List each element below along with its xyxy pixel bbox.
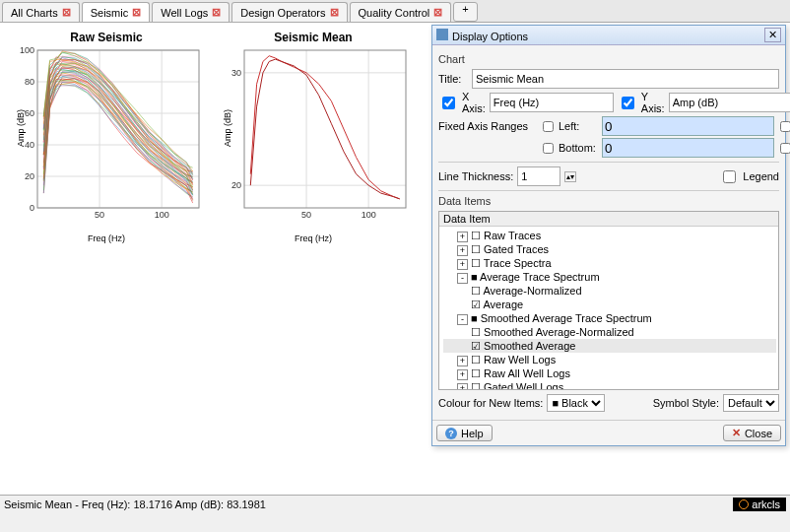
tree-node[interactable]: +☐ Raw Traces — [443, 229, 776, 242]
tree-header: Data Item — [439, 212, 778, 227]
tree-node[interactable]: +☐ Raw Well Logs — [443, 353, 776, 366]
expand-icon[interactable]: - — [457, 314, 468, 325]
xlabel: Freq (Hz) — [8, 233, 205, 243]
close-button[interactable]: ✕Close — [723, 425, 781, 441]
expand-icon[interactable]: + — [457, 259, 468, 270]
yaxis-label: Y Axis: — [641, 91, 665, 114]
legend-label: Legend — [743, 170, 779, 182]
tree-node[interactable]: +☐ Raw All Well Logs — [443, 366, 776, 380]
dialog-title: Display Options — [452, 31, 528, 42]
left-input[interactable] — [602, 116, 774, 136]
svg-text:40: 40 — [25, 140, 34, 150]
dialog-icon — [436, 29, 448, 40]
tab-close-icon[interactable]: ⊠ — [433, 6, 442, 19]
tree-node[interactable]: +☐ Gated Traces — [443, 242, 776, 256]
tab-close-icon[interactable]: ⊠ — [330, 6, 339, 19]
tree-leaf[interactable]: ☑ Smoothed Average — [443, 339, 776, 353]
main-area: Raw SeismicAmp (dB)50100020406080100Freq… — [0, 23, 790, 513]
tree-node[interactable]: +☐ Trace Spectra — [443, 256, 776, 270]
tab-close-icon[interactable]: ⊠ — [212, 6, 221, 19]
bottom-input[interactable] — [602, 138, 774, 158]
svg-rect-25 — [244, 50, 406, 208]
title-label: Title: — [438, 73, 468, 85]
svg-text:20: 20 — [25, 171, 34, 181]
tree-leaf[interactable]: ☐ Average-Normalized — [443, 284, 776, 298]
svg-text:20: 20 — [231, 180, 241, 190]
svg-text:60: 60 — [25, 108, 34, 118]
chart-0[interactable]: Raw SeismicAmp (dB)50100020406080100Freq… — [8, 31, 205, 243]
line-thickness-label: Line Thickness: — [438, 170, 513, 182]
tree-leaf[interactable]: ☐ Smoothed Average-Normalized — [443, 325, 776, 339]
tab-well-logs[interactable]: Well Logs ⊠ — [152, 2, 230, 22]
tab-seismic[interactable]: Seismic ⊠ — [82, 2, 151, 22]
close-icon: ✕ — [732, 427, 741, 439]
bottom-checkbox[interactable] — [543, 142, 554, 155]
colour-label: Colour for New Items: — [438, 397, 543, 409]
svg-text:50: 50 — [95, 210, 104, 220]
xaxis-input[interactable] — [490, 93, 614, 112]
expand-icon[interactable]: + — [457, 369, 468, 380]
legend-checkbox[interactable] — [723, 170, 736, 183]
line-thickness-input[interactable] — [517, 166, 560, 186]
left-checkbox[interactable] — [543, 120, 554, 133]
spinner-icon[interactable]: ▴▾ — [564, 171, 576, 182]
tab-all-charts[interactable]: All Charts ⊠ — [2, 2, 80, 22]
xlabel: Freq (Hz) — [215, 233, 412, 243]
colour-select[interactable]: ■ Black — [547, 394, 605, 412]
right-checkbox[interactable] — [780, 120, 790, 133]
chart-1[interactable]: Seismic MeanAmp (dB)501002030Freq (Hz) — [215, 31, 412, 243]
left-label: Left: — [559, 120, 600, 132]
symbol-label: Symbol Style: — [653, 397, 719, 409]
expand-icon[interactable]: - — [457, 273, 468, 284]
svg-text:100: 100 — [362, 210, 376, 220]
dialog-sysclose-icon[interactable]: ✕ — [764, 28, 781, 42]
expand-icon[interactable]: + — [457, 245, 468, 256]
title-input[interactable] — [472, 69, 779, 89]
tab-bar: All Charts ⊠Seismic ⊠Well Logs ⊠Design O… — [0, 0, 790, 23]
tab-close-icon[interactable]: ⊠ — [62, 6, 71, 19]
expand-icon[interactable]: + — [457, 383, 468, 390]
tab-close-icon[interactable]: ⊠ — [132, 6, 141, 19]
symbol-select[interactable]: Default — [723, 394, 779, 412]
expand-icon[interactable]: + — [457, 232, 468, 242]
help-button[interactable]: ?Help — [436, 425, 493, 441]
tab-design-operators[interactable]: Design Operators ⊠ — [231, 2, 347, 22]
chart-title: Seismic Mean — [215, 31, 412, 44]
svg-text:80: 80 — [25, 77, 34, 87]
xaxis-checkbox[interactable] — [442, 97, 455, 109]
tree-leaf[interactable]: ☑ Average — [443, 298, 776, 311]
tab-quality-control[interactable]: Quality Control ⊠ — [350, 2, 452, 22]
tree-node[interactable]: -■ Average Trace Spectrum — [443, 270, 776, 284]
svg-text:50: 50 — [301, 210, 311, 220]
svg-text:100: 100 — [20, 45, 34, 55]
ylabel: Amp (dB) — [223, 109, 232, 147]
ylabel: Amp (dB) — [16, 109, 26, 147]
brand-icon — [739, 499, 749, 509]
chart-section-label: Chart — [438, 53, 779, 65]
help-icon: ? — [445, 428, 457, 439]
tree-node[interactable]: -■ Smoothed Average Trace Spectrum — [443, 311, 776, 325]
svg-text:100: 100 — [155, 210, 169, 220]
top-checkbox[interactable] — [780, 142, 790, 155]
tree-node[interactable]: +☐ Gated Well Logs — [443, 380, 776, 390]
display-options-dialog: Display Options ✕ Chart Title: X Axis: Y… — [431, 25, 786, 446]
fixed-ranges-label: Fixed Axis Ranges — [438, 120, 537, 132]
dialog-titlebar[interactable]: Display Options ✕ — [432, 26, 785, 45]
status-text: Seismic Mean - Freq (Hz): 18.1716 Amp (d… — [4, 499, 266, 510]
svg-text:30: 30 — [231, 68, 241, 78]
brand-badge: arkcls — [733, 498, 786, 511]
data-items-tree[interactable]: Data Item +☐ Raw Traces+☐ Gated Traces+☐… — [438, 211, 779, 390]
expand-icon[interactable]: + — [457, 356, 468, 366]
add-tab-button[interactable]: + — [453, 2, 477, 22]
bottom-label: Bottom: — [559, 142, 600, 154]
yaxis-input[interactable] — [669, 93, 790, 112]
data-items-label: Data Items — [438, 195, 779, 207]
xaxis-label: X Axis: — [462, 91, 486, 114]
status-bar: Seismic Mean - Freq (Hz): 18.1716 Amp (d… — [0, 495, 790, 513]
yaxis-checkbox[interactable] — [622, 97, 634, 109]
chart-title: Raw Seismic — [8, 31, 205, 44]
svg-text:0: 0 — [30, 203, 34, 213]
